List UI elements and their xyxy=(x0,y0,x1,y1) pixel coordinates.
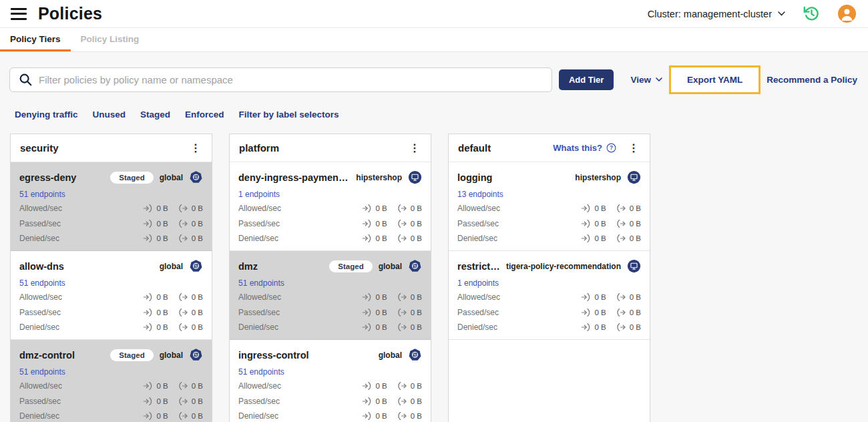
endpoints-link[interactable]: 51 endpoints xyxy=(19,278,65,288)
tab-policy-listing[interactable]: Policy Listing xyxy=(71,28,150,51)
endpoints-link[interactable]: 1 endpoints xyxy=(238,190,280,199)
tier-column-default: default Whats this? ? ⋮ logging hipsters… xyxy=(448,134,650,422)
policy-scope-label: global xyxy=(379,351,402,360)
filter-link-staged[interactable]: Staged xyxy=(140,110,170,120)
export-yaml-button[interactable]: Export YAML xyxy=(687,75,742,85)
traffic-stat-row: Allowed/sec 0 B 0 B xyxy=(238,379,422,394)
policy-card-logging[interactable]: logging hipstershop 13 endpoints Allowed… xyxy=(449,162,650,251)
stat-label: Passed/sec xyxy=(457,219,499,228)
traffic-stat-row: Passed/sec 0 B 0 B xyxy=(457,305,641,321)
stat-value-in: 0 B xyxy=(594,234,606,242)
ingress-arrow-icon xyxy=(362,204,372,213)
policy-scope-label: global xyxy=(160,351,183,360)
egress-arrow-icon xyxy=(397,308,407,317)
history-button[interactable] xyxy=(803,5,821,23)
policy-name: dmz xyxy=(238,261,324,272)
traffic-stat-row: Passed/sec 0 B 0 B xyxy=(238,394,422,409)
traffic-stat-row: Allowed/sec 0 B 0 B xyxy=(19,379,203,394)
filter-link-enforced[interactable]: Enforced xyxy=(185,110,224,120)
cluster-selector[interactable]: Cluster: management-cluster xyxy=(648,9,785,19)
policy-filter-input[interactable] xyxy=(39,74,544,85)
policy-name: ingress-control xyxy=(238,350,373,361)
policy-card-ingress-control[interactable]: ingress-control global xyxy=(230,340,431,422)
user-avatar[interactable] xyxy=(838,5,856,23)
policy-card-dmz[interactable]: dmz Staged global xyxy=(230,251,431,340)
stat-value-in: 0 B xyxy=(156,397,168,405)
tier-menu-icon[interactable]: ⋮ xyxy=(626,142,642,155)
policy-card-egress-deny[interactable]: egress-deny Staged global xyxy=(11,162,212,251)
stat-value-in: 0 B xyxy=(156,412,168,420)
page-title: Policies xyxy=(38,4,102,23)
stat-value-in: 0 B xyxy=(375,204,387,212)
traffic-stat-row: Denied/sec 0 B 0 B xyxy=(457,320,641,335)
stat-label: Allowed/sec xyxy=(19,204,62,213)
endpoints-link[interactable]: 51 endpoints xyxy=(19,367,65,377)
hamburger-menu-icon[interactable] xyxy=(11,8,27,20)
stat-label: Passed/sec xyxy=(19,397,61,406)
global-policy-icon xyxy=(189,259,203,273)
chevron-down-icon xyxy=(656,77,662,81)
stat-value-in: 0 B xyxy=(375,382,387,390)
avatar-icon xyxy=(838,5,856,23)
ingress-arrow-icon xyxy=(143,234,153,243)
traffic-stat-row: Passed/sec 0 B 0 B xyxy=(457,216,641,232)
egress-arrow-icon xyxy=(616,204,626,213)
ingress-arrow-icon xyxy=(362,308,372,317)
staged-badge: Staged xyxy=(110,349,153,361)
whats-this-link[interactable]: Whats this? ? xyxy=(553,143,616,153)
stat-value-out: 0 B xyxy=(192,234,203,242)
ingress-arrow-icon xyxy=(581,219,591,228)
traffic-stat-row: Passed/sec 0 B 0 B xyxy=(238,216,422,232)
stat-value-in: 0 B xyxy=(375,397,387,405)
policy-name: allow-dns xyxy=(19,261,154,272)
add-tier-button[interactable]: Add Tier xyxy=(559,69,614,90)
stat-value-out: 0 B xyxy=(192,412,203,420)
top-bar: Policies Cluster: management-cluster xyxy=(0,0,868,27)
egress-arrow-icon xyxy=(178,381,188,391)
endpoints-link[interactable]: 1 endpoints xyxy=(457,278,499,288)
stat-value-in: 0 B xyxy=(594,323,606,331)
traffic-stat-row: Allowed/sec 0 B 0 B xyxy=(457,290,641,305)
traffic-stat-row: Allowed/sec 0 B 0 B xyxy=(19,201,203,216)
global-policy-icon xyxy=(189,170,203,184)
cluster-selector-label: Cluster: management-cluster xyxy=(648,9,772,19)
endpoints-link[interactable]: 51 endpoints xyxy=(238,367,284,377)
policy-card-dmz-control[interactable]: dmz-control Staged global xyxy=(11,340,212,422)
policy-card-restricted[interactable]: restricted tigera-policy-recommendation … xyxy=(449,251,650,340)
tier-header: default Whats this? ? ⋮ xyxy=(449,134,650,162)
global-policy-icon xyxy=(408,348,422,362)
tier-menu-icon[interactable]: ⋮ xyxy=(188,142,204,155)
endpoints-link[interactable]: 51 endpoints xyxy=(238,278,284,288)
stat-value-in: 0 B xyxy=(156,382,168,390)
policy-card-allow-dns[interactable]: allow-dns global xyxy=(11,251,212,340)
ingress-arrow-icon xyxy=(143,397,153,406)
ingress-arrow-icon xyxy=(143,204,153,213)
stat-value-out: 0 B xyxy=(192,323,203,331)
policy-scope-label: global xyxy=(160,262,183,271)
filter-link-filter-by-label-selectors[interactable]: Filter by label selectors xyxy=(239,110,339,120)
namespaced-policy-icon xyxy=(627,170,641,184)
egress-arrow-icon xyxy=(397,397,407,406)
traffic-stat-row: Denied/sec 0 B 0 B xyxy=(19,409,203,422)
endpoints-link[interactable]: 13 endpoints xyxy=(457,190,503,199)
recommend-policy-button[interactable]: Recommend a Policy xyxy=(767,75,857,85)
view-dropdown-button[interactable]: View xyxy=(630,75,662,85)
endpoints-link[interactable]: 51 endpoints xyxy=(19,190,65,199)
filter-link-unused[interactable]: Unused xyxy=(93,110,126,120)
question-mark-icon: ? xyxy=(606,143,616,153)
tab-policy-tiers[interactable]: Policy Tiers xyxy=(0,28,71,51)
tier-menu-icon[interactable]: ⋮ xyxy=(407,142,423,155)
ingress-arrow-icon xyxy=(362,234,372,243)
tier-column-platform: platform ⋮ deny-ingress-paymentservi… hi… xyxy=(229,134,431,422)
tier-column-security: security ⋮ egress-deny Staged global xyxy=(10,134,212,422)
tab-bar: Policy Tiers Policy Listing xyxy=(0,27,868,52)
policy-card-deny-ingress-paymentservi[interactable]: deny-ingress-paymentservi… hipstershop 1… xyxy=(230,162,431,251)
filter-link-denying-traffic[interactable]: Denying traffic xyxy=(15,110,78,120)
ingress-arrow-icon xyxy=(581,234,591,243)
stat-value-out: 0 B xyxy=(411,204,422,212)
egress-arrow-icon xyxy=(178,292,188,302)
stat-value-out: 0 B xyxy=(630,323,641,331)
egress-arrow-icon xyxy=(616,219,626,228)
egress-arrow-icon xyxy=(178,204,188,213)
egress-arrow-icon xyxy=(178,397,188,406)
